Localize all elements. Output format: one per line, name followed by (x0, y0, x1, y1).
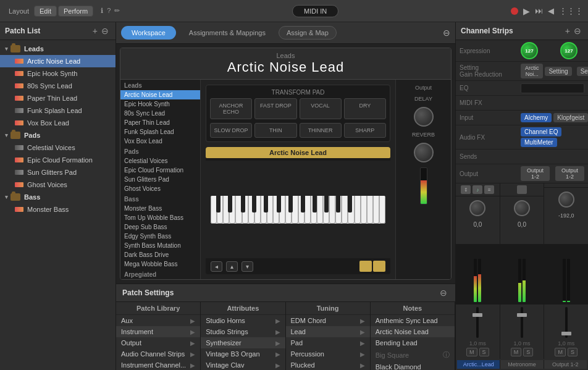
key-b3[interactable] (335, 196, 342, 224)
transform-cell-fast[interactable]: FAST DROP (254, 98, 296, 119)
key-b2[interactable] (292, 196, 298, 224)
ps-item-audio-channel[interactable]: Audio Channel Strips ▶ (116, 348, 200, 359)
mini-item-deep[interactable]: Deep Sub Bass (120, 222, 200, 232)
patch-item-ghost-voices[interactable]: Ghost Voices (0, 179, 116, 191)
patch-item-monster-bass[interactable]: Monster Bass (0, 203, 116, 216)
patch-list-settings-button[interactable]: ⊖ (99, 26, 111, 36)
ps-item-output[interactable]: Output ▶ (116, 337, 200, 348)
mini-item-ghost[interactable]: Ghost Voices (120, 184, 200, 193)
ps-item-pad[interactable]: Pad ▶ (286, 337, 370, 348)
edit-button[interactable]: Edit (34, 6, 57, 17)
fader-thumb-2[interactable] (517, 313, 527, 317)
transform-cell-sharp[interactable]: SHARP (344, 123, 386, 138)
group-leads[interactable]: ▾ Leads (0, 43, 116, 55)
mini-item-synth-bass[interactable]: Synth Bass Mutation (120, 241, 200, 250)
key-a[interactable] (242, 196, 248, 224)
transform-cell-vocal[interactable]: VOCAL (300, 98, 342, 119)
ps-item-lead[interactable]: Lead ▶ (286, 326, 370, 337)
ps-item-studio-strings[interactable]: Studio Strings ▶ (201, 326, 285, 337)
key-d[interactable] (217, 196, 223, 224)
ps-item-arctic-note[interactable]: Arctic Noise Lead (371, 326, 455, 337)
alchemy-button[interactable]: Alchemy (521, 113, 552, 122)
key-c[interactable] (211, 196, 217, 224)
key-g[interactable] (235, 196, 242, 224)
transform-cell-slow[interactable]: SLOW DROP (210, 123, 252, 138)
mini-item-80s[interactable]: 80s Sync Lead (120, 109, 200, 118)
group-bass[interactable]: ▾ Bass (0, 191, 116, 203)
ps-item-instrument[interactable]: Instrument ▶ (116, 326, 200, 337)
fader-3[interactable] (565, 307, 568, 338)
key-b4[interactable] (379, 196, 385, 224)
rewind-button[interactable]: ⏭ (535, 6, 543, 15)
mini-item-monster[interactable]: Monster Bass (120, 204, 200, 213)
key-e3[interactable] (311, 196, 317, 224)
patch-item-epic-cloud[interactable]: Epic Cloud Formation (0, 154, 116, 166)
transform-cell-dry[interactable]: DRY (344, 98, 386, 119)
question-icon[interactable]: ? (107, 7, 111, 15)
mute-button-1[interactable]: M (466, 348, 477, 356)
delay-knob[interactable] (414, 107, 434, 127)
transform-cell-thin[interactable]: THIN (254, 123, 296, 138)
channel-strips-settings-button[interactable]: ⊖ (572, 26, 583, 36)
mini-item-funk[interactable]: Funk Splash Lead (120, 127, 200, 137)
fader-thumb-3[interactable] (561, 332, 571, 335)
add-patch-button[interactable]: + (91, 26, 99, 36)
key-g2[interactable] (279, 196, 285, 224)
patch-item-sun-glitters[interactable]: Sun Glitters Pad (0, 166, 116, 179)
mini-item-epic-cloud[interactable]: Epic Cloud Formation (120, 166, 200, 175)
key-e4[interactable] (355, 196, 361, 224)
expression-knob-2[interactable]: 127 (560, 42, 578, 59)
solo-button-3[interactable]: S (568, 348, 578, 356)
skip-back-button[interactable]: ◀ (548, 6, 554, 15)
transform-cell-anchor[interactable]: ANCHOR ECHO (210, 98, 252, 119)
key-c3[interactable] (298, 196, 304, 224)
ctrl-btn-1[interactable]: ◂ (211, 261, 222, 272)
ctrl-btn-2[interactable]: ▴ (226, 261, 238, 272)
patch-item-arctic-noise-lead[interactable]: Arctic Noise Lead (0, 55, 116, 67)
tab-assign-map[interactable]: Assign & Map (279, 26, 337, 40)
output-1-2-button-1[interactable]: Output 1-2 (521, 166, 550, 181)
mini-item-torn[interactable]: Tom Up Wobble Bass (120, 213, 200, 222)
ps-item-studio-horns[interactable]: Studio Horns ▶ (201, 315, 285, 326)
setting-button-1[interactable]: Setting (545, 67, 571, 76)
ps-item-black-diamond[interactable]: Black Diamond (371, 361, 455, 370)
play-button[interactable]: ▶ (523, 6, 530, 16)
reverb-knob[interactable] (414, 143, 434, 162)
record-button[interactable] (511, 7, 518, 15)
tab-assignments[interactable]: Assignments & Mappings (178, 26, 276, 40)
ps-item-aux[interactable]: Aux ▶ (116, 315, 200, 326)
mini-item-paper[interactable]: Paper Thin Lead (120, 118, 200, 127)
ps-item-plucked[interactable]: Plucked ▶ (286, 359, 370, 370)
ps-item-bending[interactable]: Bending Lead (371, 337, 455, 348)
solo-button-1[interactable]: S (479, 348, 489, 356)
pan-knob-2[interactable] (514, 200, 530, 216)
pan-knob-3[interactable] (558, 191, 574, 208)
key-c2[interactable] (254, 196, 261, 224)
fader-2[interactable] (521, 307, 523, 338)
ps-item-vintage-clav[interactable]: Vintage Clav ▶ (201, 359, 285, 370)
arctic-noi-button[interactable]: Arctic Noi... (521, 64, 543, 78)
key-g3[interactable] (323, 196, 329, 224)
key-f2[interactable] (273, 196, 279, 224)
pencil-icon[interactable]: ✏ (114, 7, 120, 15)
key-f[interactable] (229, 196, 235, 224)
key-c4[interactable] (342, 196, 348, 224)
key-f3[interactable] (317, 196, 323, 224)
ps-item-synthesizer[interactable]: Synthesizer ▶ (201, 337, 285, 348)
fader-1[interactable] (476, 307, 479, 338)
patch-settings-settings-btn[interactable]: ⊖ (438, 288, 449, 298)
patch-item-funk-splash[interactable]: Funk Splash Lead (0, 104, 116, 117)
key-b[interactable] (248, 196, 254, 224)
mini-item-celestial[interactable]: Celestial Voices (120, 156, 200, 166)
key-d2[interactable] (261, 196, 267, 224)
key-f4[interactable] (361, 196, 367, 224)
mixer-button[interactable]: ⋮⋮⋮ (559, 6, 583, 15)
midi-in-button[interactable]: MIDI IN (292, 5, 338, 17)
ps-item-big-square[interactable]: Big Square ⓘ (371, 348, 455, 361)
mini-item-arctic[interactable]: Arctic Noise Lead (120, 90, 200, 99)
perform-button[interactable]: Perform (58, 6, 93, 17)
mini-item-dark[interactable]: Dark Bass Drive (120, 250, 200, 259)
multimeter-button[interactable]: MultiMeter (521, 138, 557, 147)
mute-button-3[interactable]: M (555, 348, 566, 356)
key-g4[interactable] (367, 196, 373, 224)
